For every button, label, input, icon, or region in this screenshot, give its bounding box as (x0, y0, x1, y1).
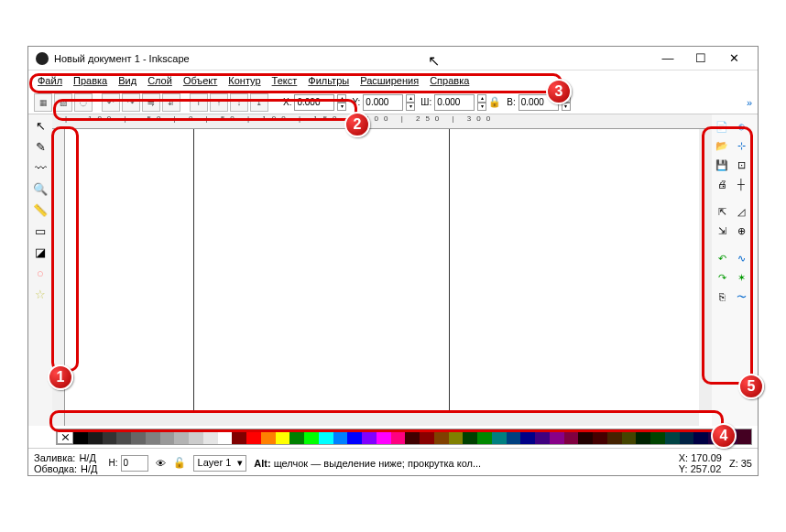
color-swatch[interactable] (434, 429, 449, 444)
color-swatch[interactable] (304, 429, 319, 444)
snap-smooth-icon[interactable]: 〜 (733, 288, 749, 305)
color-swatch[interactable] (463, 429, 477, 444)
menu-help[interactable]: Справка (426, 73, 473, 88)
lock-icon[interactable]: 🔒 (488, 96, 501, 109)
color-swatch[interactable] (564, 429, 579, 444)
color-swatch[interactable] (289, 429, 304, 444)
undo-icon[interactable]: ↶ (714, 250, 730, 266)
color-swatch[interactable] (665, 429, 680, 444)
color-swatch[interactable] (103, 429, 117, 444)
menu-view[interactable]: Вид (115, 73, 140, 88)
snap-edge-icon[interactable]: ┼ (733, 176, 749, 192)
snap-node-icon[interactable]: ⊹ (733, 137, 749, 154)
maximize-button[interactable]: ☐ (684, 49, 717, 69)
layer-selector[interactable]: Layer 1 (193, 455, 247, 472)
new-doc-icon[interactable]: 📄 (714, 118, 730, 135)
layer-visible-icon[interactable]: 👁 (156, 458, 166, 469)
color-swatch[interactable] (377, 429, 391, 444)
color-swatch[interactable] (160, 429, 175, 444)
scrollbar-vertical[interactable] (699, 129, 712, 411)
canvas[interactable] (65, 129, 697, 411)
color-swatch[interactable] (333, 429, 348, 444)
snap-bbox-icon[interactable]: ⊡ (733, 157, 749, 173)
menu-extensions[interactable]: Расширения (356, 73, 422, 88)
flip-h-button[interactable]: ⇋ (142, 93, 160, 112)
copy-icon[interactable]: ⎘ (714, 288, 730, 305)
color-swatch[interactable] (737, 429, 752, 444)
color-swatch[interactable] (507, 429, 521, 444)
color-swatch[interactable] (693, 429, 708, 444)
color-swatch[interactable] (578, 429, 593, 444)
opacity-input[interactable] (121, 455, 148, 472)
color-swatch[interactable] (449, 429, 464, 444)
menu-text[interactable]: Текст (268, 73, 301, 88)
snap-toggle-icon[interactable]: ⎋ (733, 118, 749, 135)
color-swatch[interactable] (680, 429, 694, 444)
color-swatch[interactable] (319, 429, 333, 444)
color-swatch[interactable] (347, 429, 362, 444)
color-swatch[interactable] (232, 429, 246, 444)
select-all-layers-button[interactable]: ▨ (54, 93, 72, 112)
3dbox-tool[interactable]: ◪ (31, 243, 49, 261)
rotate-cw-button[interactable]: ↷ (122, 93, 140, 112)
selector-tool[interactable]: ↖ (31, 116, 49, 135)
color-swatch[interactable] (492, 429, 507, 444)
y-input[interactable] (363, 94, 403, 111)
y-spinner[interactable]: ▴▾ (406, 94, 415, 111)
color-swatch[interactable] (131, 429, 146, 444)
color-swatch[interactable] (261, 429, 276, 444)
color-swatch[interactable] (189, 429, 203, 444)
flip-v-button[interactable]: ⇵ (162, 93, 180, 112)
color-swatch[interactable] (246, 429, 261, 444)
no-color-swatch[interactable]: ⨯ (57, 429, 73, 444)
color-swatch[interactable] (362, 429, 377, 444)
x-input[interactable] (294, 94, 334, 111)
snap-path-icon[interactable]: ∿ (733, 250, 749, 266)
w-spinner[interactable]: ▴▾ (477, 94, 486, 111)
color-swatch[interactable] (276, 429, 290, 444)
color-swatch[interactable] (650, 429, 665, 444)
color-swatch[interactable] (218, 429, 233, 444)
export-icon[interactable]: ⇲ (714, 223, 730, 239)
raise-button[interactable]: ↑ (210, 93, 228, 112)
deselect-button[interactable]: ◌ (74, 93, 93, 112)
open-icon[interactable]: 📂 (714, 137, 730, 154)
star-tool[interactable]: ☆ (31, 285, 49, 303)
more-button[interactable]: » (747, 97, 752, 108)
color-swatch[interactable] (73, 429, 88, 444)
redo-icon[interactable]: ↷ (714, 269, 730, 286)
snap-intersect-icon[interactable]: ✶ (733, 269, 749, 286)
color-swatch[interactable] (520, 429, 535, 444)
color-swatch[interactable] (477, 429, 492, 444)
snap-center-icon[interactable]: ⊕ (733, 223, 749, 239)
menu-filters[interactable]: Фильтры (304, 73, 353, 88)
snap-corner-icon[interactable]: ◿ (733, 203, 749, 220)
rotate-ccw-button[interactable]: ↶ (102, 93, 120, 112)
color-swatch[interactable] (593, 429, 607, 444)
color-swatch[interactable] (146, 429, 160, 444)
zoom-tool[interactable]: 🔍 (31, 179, 49, 198)
menu-object[interactable]: Объект (180, 73, 221, 88)
rectangle-tool[interactable]: ▭ (31, 222, 49, 240)
x-spinner[interactable]: ▴▾ (337, 94, 346, 111)
w-input[interactable] (434, 94, 475, 111)
color-swatch[interactable] (636, 429, 650, 444)
menu-edit[interactable]: Правка (70, 73, 111, 88)
ellipse-tool[interactable]: ○ (31, 264, 49, 282)
color-swatch[interactable] (88, 429, 103, 444)
close-button[interactable]: ✕ (717, 49, 750, 69)
raise-top-button[interactable]: ⤒ (190, 93, 208, 112)
menu-layer[interactable]: Слой (144, 73, 176, 88)
layer-lock-icon[interactable]: 🔓 (173, 457, 186, 469)
color-swatch[interactable] (405, 429, 420, 444)
menu-file[interactable]: Файл (34, 73, 66, 88)
node-tool[interactable]: ✎ (31, 137, 49, 156)
lower-button[interactable]: ↓ (230, 93, 248, 112)
minimize-button[interactable]: — (651, 49, 684, 69)
select-all-button[interactable]: ▦ (34, 93, 52, 112)
measure-tool[interactable]: 📏 (31, 201, 49, 219)
color-swatch[interactable] (550, 429, 564, 444)
lower-bottom-button[interactable]: ⤓ (250, 93, 268, 112)
color-swatch[interactable] (203, 429, 218, 444)
tweak-tool[interactable]: 〰 (31, 158, 49, 177)
